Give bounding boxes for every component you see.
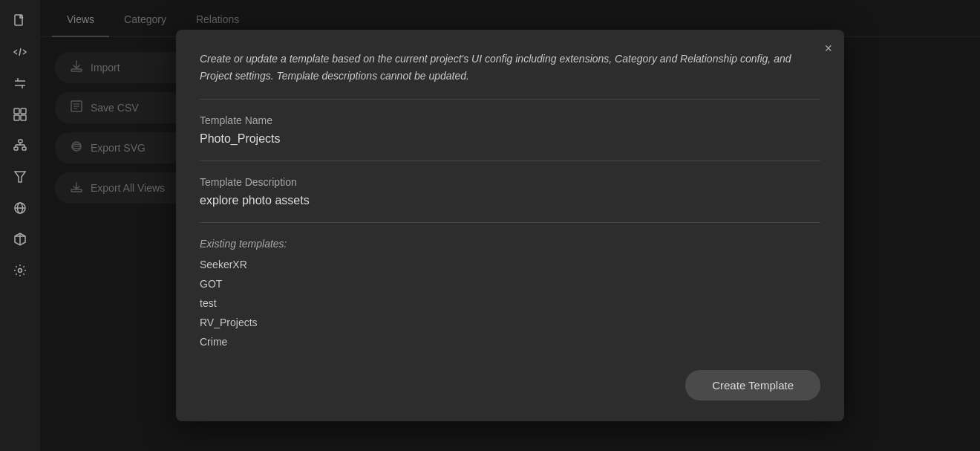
divider-1 <box>200 99 820 100</box>
existing-templates-label: Existing templates: <box>200 238 820 250</box>
svg-line-1 <box>19 48 21 56</box>
svg-rect-7 <box>21 115 26 120</box>
close-button[interactable]: × <box>824 42 832 55</box>
template-item-rv: RV_Projects <box>200 315 820 330</box>
arrows-icon[interactable] <box>7 70 33 97</box>
svg-rect-10 <box>22 147 26 150</box>
svg-rect-8 <box>19 140 22 143</box>
svg-rect-5 <box>21 108 26 114</box>
svg-marker-15 <box>15 172 25 182</box>
template-description-input[interactable] <box>200 194 820 207</box>
gear-icon[interactable] <box>7 257 33 284</box>
divider-2 <box>200 160 820 161</box>
cube-icon[interactable] <box>7 226 33 253</box>
template-item-crime: Crime <box>200 334 820 349</box>
template-name-input[interactable] <box>200 132 820 146</box>
filter-icon[interactable] <box>7 163 33 190</box>
template-name-label: Template Name <box>200 114 820 126</box>
grid-icon[interactable] <box>7 101 33 128</box>
template-name-section: Template Name <box>200 114 820 146</box>
template-description-section: Template Description <box>200 176 820 207</box>
file-icon[interactable] <box>7 7 33 34</box>
create-template-modal: × Create or update a template based on t… <box>176 30 844 421</box>
template-item-test: test <box>200 296 820 311</box>
create-template-button[interactable]: Create Template <box>685 370 820 400</box>
modal-description: Create or update a template based on the… <box>200 51 820 84</box>
divider-3 <box>200 222 820 223</box>
template-description-label: Template Description <box>200 176 820 188</box>
svg-rect-9 <box>14 147 18 150</box>
modal-overlay: × Create or update a template based on t… <box>40 0 980 451</box>
sidebar <box>0 0 40 451</box>
svg-rect-6 <box>14 115 19 120</box>
svg-point-21 <box>19 269 22 273</box>
template-item-seekerxr: SeekerXR <box>200 257 820 272</box>
globe-icon[interactable] <box>7 195 33 221</box>
existing-templates-section: Existing templates: SeekerXR GOT test RV… <box>200 238 820 349</box>
code-icon[interactable] <box>7 39 33 65</box>
template-item-got: GOT <box>200 276 820 291</box>
modal-footer: Create Template <box>200 370 820 400</box>
hierarchy-icon[interactable] <box>7 132 33 159</box>
svg-rect-4 <box>14 108 19 114</box>
main-area: Views Category Relations Import <box>40 0 980 451</box>
